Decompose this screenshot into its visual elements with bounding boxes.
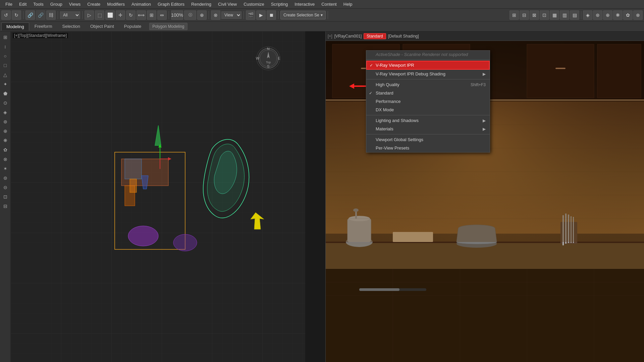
menu-edit[interactable]: Edit bbox=[16, 1, 30, 7]
layout-btn-5[interactable]: ▦ bbox=[550, 10, 559, 20]
dropdown-item-materials[interactable]: Materials ▶ bbox=[366, 125, 490, 133]
menu-rendering[interactable]: Rendering bbox=[188, 1, 215, 7]
sidebar-icon-4[interactable]: □ bbox=[1, 61, 10, 70]
dropdown-item-vray-ipr[interactable]: V-Ray Viewport IPR bbox=[366, 61, 490, 70]
unlink-button[interactable]: 🔗 bbox=[36, 10, 45, 20]
sidebar-icon-13[interactable]: ✿ bbox=[1, 145, 10, 154]
vp-standard-button[interactable]: Standard bbox=[364, 33, 386, 39]
place-button[interactable]: ⊞ bbox=[147, 10, 156, 20]
dropdown-item-lighting[interactable]: Lighting and Shadows ▶ bbox=[366, 116, 490, 125]
sidebar-icon-9[interactable]: ◈ bbox=[1, 108, 10, 117]
sidebar-icon-19[interactable]: ⊟ bbox=[1, 202, 10, 210]
menu-animation[interactable]: Animation bbox=[128, 1, 154, 7]
sidebar-icon-16[interactable]: ⊜ bbox=[1, 174, 10, 182]
sidebar-icon-7[interactable]: ⬟ bbox=[1, 89, 10, 98]
render-scene-btn[interactable]: 🎬 bbox=[246, 10, 255, 20]
menu-customize[interactable]: Customize bbox=[240, 1, 267, 7]
extra-btn-1[interactable]: ◈ bbox=[583, 10, 592, 20]
create-selection-label: Create Selection Se bbox=[283, 13, 319, 17]
menu-civil-view[interactable]: Civil View bbox=[215, 1, 240, 7]
layout-btn-7[interactable]: ▤ bbox=[570, 10, 579, 20]
extra-btn-2[interactable]: ⊛ bbox=[593, 10, 602, 20]
sidebar-icon-14[interactable]: ⊗ bbox=[1, 155, 10, 164]
menu-group[interactable]: Group bbox=[47, 1, 66, 7]
undo-button[interactable]: ↺ bbox=[1, 10, 11, 20]
dropdown-item-vray-debug[interactable]: V-Ray Viewport IPR Debug Shading ▶ bbox=[366, 70, 490, 78]
dropdown-item-vp-global[interactable]: Viewport Global Settings bbox=[366, 135, 490, 144]
sidebar-icon-6[interactable]: ✦ bbox=[1, 80, 10, 88]
extra-btn-3[interactable]: ⊕ bbox=[603, 10, 612, 20]
tab-freeform[interactable]: Freeform bbox=[30, 22, 57, 30]
toolbar-sep-8 bbox=[328, 11, 328, 19]
snap-btn[interactable]: ⊕ bbox=[197, 10, 207, 20]
sidebar-icon-18[interactable]: ⊡ bbox=[1, 192, 10, 201]
viewport-left[interactable]: [+][Top][Standard][Wireframe] bbox=[11, 32, 305, 362]
create-selection-button[interactable]: Create Selection Se ▾ bbox=[280, 11, 326, 19]
render2-btn[interactable]: ⏹ bbox=[267, 10, 276, 20]
dropdown-item-per-view[interactable]: Per-View Presets bbox=[366, 144, 490, 152]
layout-btn-2[interactable]: ⊟ bbox=[520, 10, 529, 20]
viewport-left-label: [+][Top][Standard][Wireframe] bbox=[13, 33, 68, 38]
hierarchy-btn[interactable]: ⊗ bbox=[211, 10, 220, 20]
select-region2-button[interactable]: ⬜ bbox=[105, 10, 115, 20]
menu-create[interactable]: Create bbox=[84, 1, 104, 7]
extra-btn-6[interactable]: ⊗ bbox=[633, 10, 643, 20]
tab-selection[interactable]: Selection bbox=[58, 22, 85, 30]
viewport-right[interactable]: [+] [VRayCam001] Standard [Default Shadi… bbox=[325, 32, 644, 362]
angle-btn[interactable]: ⦾ bbox=[184, 10, 196, 20]
dropdown-sep-1 bbox=[366, 79, 490, 79]
layout-btn-1[interactable]: ⊞ bbox=[509, 10, 519, 20]
filter-select[interactable]: All bbox=[60, 11, 80, 19]
move-button[interactable]: ✛ bbox=[116, 10, 125, 20]
menu-modifiers[interactable]: Modifiers bbox=[104, 1, 128, 7]
dropdown-dx-label: DX Mode bbox=[376, 107, 394, 112]
dropdown-item-high-quality[interactable]: High Quality Shift+F3 bbox=[366, 80, 490, 89]
menu-graph-editors[interactable]: Graph Editors bbox=[154, 1, 188, 7]
percent-btn[interactable]: 100% bbox=[171, 10, 183, 20]
scale-button[interactable]: ⟺ bbox=[137, 10, 146, 20]
toolbar-sep-1 bbox=[23, 11, 23, 19]
dropdown-item-standard[interactable]: Standard bbox=[366, 89, 490, 97]
sidebar-icon-8[interactable]: ⊙ bbox=[1, 99, 10, 107]
toolbar-sep-9 bbox=[581, 11, 581, 19]
dropdown-item-dx-mode[interactable]: DX Mode bbox=[366, 106, 490, 114]
menu-content[interactable]: Content bbox=[318, 1, 340, 7]
view-select[interactable]: View bbox=[221, 11, 241, 19]
sidebar-icon-5[interactable]: △ bbox=[1, 70, 10, 79]
dropdown-item-performance[interactable]: Performance bbox=[366, 97, 490, 106]
extra-btn-4[interactable]: ❋ bbox=[613, 10, 623, 20]
redo-button[interactable]: ↻ bbox=[12, 10, 21, 20]
layout-btn-4[interactable]: ⊡ bbox=[540, 10, 549, 20]
sidebar-icon-17[interactable]: ⊝ bbox=[1, 183, 10, 192]
sidebar-icon-2[interactable]: ↕ bbox=[1, 42, 10, 51]
sidebar-icon-15[interactable]: ✶ bbox=[1, 164, 10, 173]
link-button[interactable]: 🔗 bbox=[25, 10, 35, 20]
sidebar-icon-11[interactable]: ⊕ bbox=[1, 127, 10, 135]
dropdown-sep-2 bbox=[366, 115, 490, 115]
dropdown-materials-label: Materials bbox=[376, 126, 393, 131]
tab-modeling[interactable]: Modeling bbox=[1, 22, 29, 31]
menu-views[interactable]: Views bbox=[66, 1, 84, 7]
menu-interactive[interactable]: Interactive bbox=[291, 1, 318, 7]
layout-btn-3[interactable]: ⊠ bbox=[530, 10, 539, 20]
sidebar-icon-1[interactable]: ⊞ bbox=[1, 33, 10, 42]
sidebar-icon-12[interactable]: ❋ bbox=[1, 136, 10, 145]
menu-help[interactable]: Help bbox=[340, 1, 356, 7]
menu-tools[interactable]: Tools bbox=[30, 1, 47, 7]
extra-btn-5[interactable]: ✿ bbox=[623, 10, 633, 20]
sidebar-icon-10[interactable]: ⊛ bbox=[1, 117, 10, 126]
select-region-button[interactable]: ⬚ bbox=[95, 10, 104, 20]
vp-shading-label: [Default Shading] bbox=[388, 34, 419, 39]
tab-populate[interactable]: Populate bbox=[119, 22, 146, 30]
rotate-button[interactable]: ↻ bbox=[126, 10, 136, 20]
sidebar-icon-3[interactable]: ○ bbox=[1, 52, 10, 60]
bind-button[interactable]: ⛓ bbox=[46, 10, 56, 20]
layout-btn-6[interactable]: ▥ bbox=[560, 10, 569, 20]
menu-scripting[interactable]: Scripting bbox=[268, 1, 291, 7]
render-btn[interactable]: ▶ bbox=[256, 10, 266, 20]
select-object-button[interactable]: ▷ bbox=[85, 10, 94, 20]
mirror-button[interactable]: ⇔ bbox=[157, 10, 167, 20]
menu-file[interactable]: File bbox=[2, 1, 16, 7]
dropdown-lighting-arrow: ▶ bbox=[483, 118, 486, 123]
tab-object-paint[interactable]: Object Paint bbox=[86, 22, 119, 30]
